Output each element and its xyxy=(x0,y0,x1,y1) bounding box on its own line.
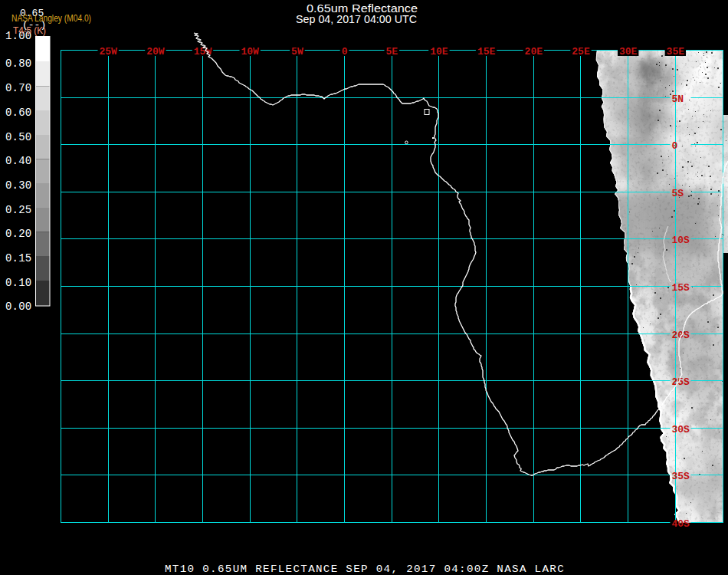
svg-text:40S: 40S xyxy=(672,518,690,530)
svg-text:0.50: 0.50 xyxy=(5,131,31,143)
svg-text:0.30: 0.30 xyxy=(5,179,31,192)
svg-text:15E: 15E xyxy=(477,46,496,58)
svg-text:0: 0 xyxy=(672,140,678,152)
svg-text:0.00: 0.00 xyxy=(5,301,31,313)
svg-text:0.60: 0.60 xyxy=(5,107,31,119)
svg-text:0: 0 xyxy=(342,46,348,58)
svg-text:10S: 10S xyxy=(672,235,690,246)
svg-text:0.40: 0.40 xyxy=(5,155,31,167)
svg-text:5W: 5W xyxy=(291,46,303,58)
svg-text:0.80: 0.80 xyxy=(5,58,31,70)
svg-text:MT10 0.65UM REFLECTANCE SEP: MT10 0.65UM REFLECTANCE SEP 04, 2017 04:… xyxy=(165,564,565,575)
svg-text:5N: 5N xyxy=(672,94,684,105)
svg-text:0.15: 0.15 xyxy=(5,252,31,264)
svg-text:20E: 20E xyxy=(525,46,543,58)
svg-text:25S: 25S xyxy=(672,376,690,388)
svg-text:0.20: 0.20 xyxy=(5,228,31,240)
svg-text:15S: 15S xyxy=(672,282,690,294)
svg-text:0.25: 0.25 xyxy=(5,204,31,216)
svg-text:30E: 30E xyxy=(619,46,638,58)
svg-text:30S: 30S xyxy=(672,424,690,435)
svg-text:10W: 10W xyxy=(241,46,259,58)
svg-text:35S: 35S xyxy=(672,471,690,482)
svg-text:20W: 20W xyxy=(146,46,165,58)
svg-text:NASA Langley (M04.0): NASA Langley (M04.0) xyxy=(11,13,91,24)
svg-text:35E: 35E xyxy=(667,46,685,58)
svg-text:0.70: 0.70 xyxy=(5,82,31,94)
svg-text:0.10: 0.10 xyxy=(5,277,31,289)
svg-text:5E: 5E xyxy=(385,46,398,58)
svg-text:10E: 10E xyxy=(430,46,448,58)
svg-text:25W: 25W xyxy=(99,46,117,58)
svg-text:Sep 04, 2017 04:00 UTC: Sep 04, 2017 04:00 UTC xyxy=(296,12,417,25)
svg-text:20S: 20S xyxy=(672,330,690,341)
svg-text:T4-5 (K): T4-5 (K) xyxy=(13,25,46,36)
svg-text:5S: 5S xyxy=(672,188,684,199)
svg-text:25E: 25E xyxy=(572,46,590,58)
